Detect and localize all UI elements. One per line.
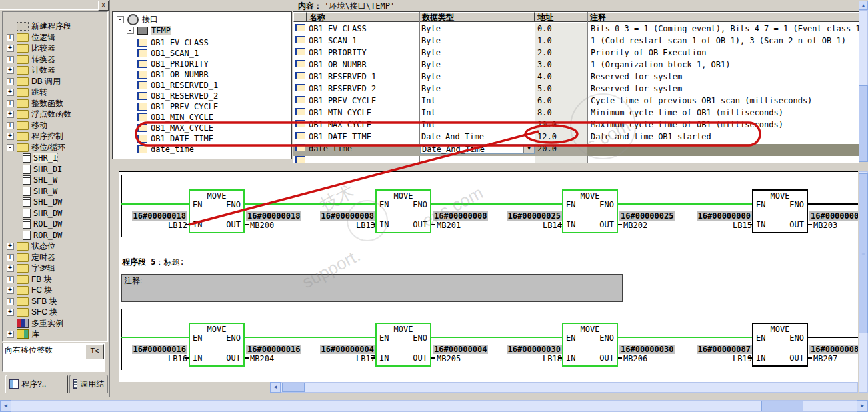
tree-item-var[interactable]: date_time [137, 144, 194, 154]
ladder-scrollbar-thumb[interactable]: ≡ [859, 173, 868, 333]
expand-toggle[interactable]: + [7, 89, 14, 96]
tree-item-temp[interactable]: - TEMP [127, 25, 171, 35]
tree-item-var[interactable]: OB1_PREV_CYCLE [137, 101, 218, 111]
move-block[interactable]: MOVEENENOINOUT [562, 323, 618, 367]
expand-toggle[interactable]: + [7, 67, 14, 74]
tree-item-var[interactable]: OB1_MAX_CYCLE [137, 123, 213, 133]
tree-item-var[interactable]: OB1_SCAN_1 [137, 48, 199, 58]
table-row[interactable]: OB1_PRIORITYByte2.0Priority of OB Execut… [293, 47, 859, 59]
catalog-item-shr-i[interactable]: SHR_I [7, 153, 57, 163]
column-header-name[interactable]: 名称 [307, 12, 419, 22]
catalog-item[interactable]: +浮点数函数 [7, 109, 71, 119]
catalog-item[interactable]: +转换器 [7, 54, 55, 65]
catalog-item[interactable]: +定时器 [7, 252, 55, 263]
input-operand[interactable]: LB12 [127, 221, 187, 230]
catalog-item-library[interactable]: +库 [7, 329, 39, 339]
scroll-up-button[interactable]: ▲ [859, 1, 868, 10]
input-operand[interactable]: LB14 [502, 221, 562, 230]
catalog-item[interactable]: +位逻辑 [7, 32, 55, 43]
catalog-item[interactable]: +比较器 [7, 43, 55, 53]
tree-item-var[interactable]: OB1_MIN_CYCLE [137, 112, 213, 122]
tree-item-var[interactable]: OB1_OB_NUMBR [137, 69, 209, 79]
tree-item-var[interactable]: OB1_RESERVED_2 [137, 91, 218, 101]
expand-toggle[interactable]: + [7, 133, 14, 140]
output-operand[interactable]: MB206 [623, 354, 647, 363]
output-operand[interactable]: MB204 [250, 354, 274, 363]
tab-call-structure[interactable]: 调用结 [69, 375, 108, 393]
expand-toggle[interactable]: + [7, 298, 14, 305]
expand-toggle[interactable]: + [7, 100, 14, 107]
input-operand[interactable]: LB19 [692, 354, 752, 363]
input-operand[interactable]: LB17 [315, 354, 375, 363]
move-block[interactable]: MOVEENENOINOUT [375, 323, 431, 367]
template-toggle-button[interactable]: Ŧ< [85, 344, 104, 359]
expand-toggle[interactable]: + [7, 265, 14, 272]
input-operand[interactable]: LB15 [692, 221, 752, 230]
close-icon[interactable]: x [98, 1, 109, 11]
column-header-comment[interactable]: 注释 [587, 12, 859, 22]
catalog-item-new-network[interactable]: 新建程序段 [7, 21, 71, 31]
tab-program-elements[interactable]: 程序?.. [5, 375, 68, 393]
expand-toggle[interactable]: + [7, 287, 14, 294]
network-comment[interactable]: 注释: [121, 274, 623, 302]
input-operand[interactable]: LB13 [315, 221, 375, 230]
output-operand[interactable]: MB205 [437, 354, 461, 363]
table-row-max-cycle[interactable]: OB1_MAX_CYCLEInt10.0Maximum cycle time o… [293, 119, 859, 131]
catalog-item[interactable]: +计数器 [7, 65, 55, 75]
scroll-left-button[interactable]: ◄ [270, 382, 281, 393]
column-header-type[interactable]: 数据类型 [419, 12, 535, 22]
output-operand[interactable]: MB207 [813, 354, 837, 363]
table-row[interactable]: OB1_SCAN_1Byte1.01 (Cold restart scan 1 … [293, 35, 859, 47]
output-operand[interactable]: MB201 [437, 221, 461, 230]
catalog-item[interactable]: +SFC 块 [7, 307, 57, 317]
window-horizontal-scrollbar[interactable] [0, 400, 868, 412]
catalog-item[interactable]: SHR_DI [7, 164, 62, 175]
collapse-toggle[interactable]: - [127, 27, 134, 34]
collapse-toggle[interactable]: - [7, 144, 14, 151]
table-row-empty[interactable] [293, 155, 859, 163]
table-row[interactable]: OB1_RESERVED_1Byte4.0Reserved for system [293, 71, 859, 83]
tree-item-var-date-time[interactable]: OB1_DATE_TIME [137, 133, 213, 143]
catalog-item[interactable]: +状态位 [7, 241, 55, 251]
catalog-item[interactable]: +字逻辑 [7, 263, 55, 273]
type-dropdown[interactable]: Date_And_Time▼ [420, 144, 535, 154]
collapse-toggle[interactable]: - [117, 16, 124, 23]
catalog-item[interactable]: +FC 块 [7, 285, 52, 295]
table-row[interactable]: OB1_RESERVED_2Byte5.0Reserved for system [293, 83, 859, 95]
ladder-horizontal-scrollbar[interactable] [270, 382, 858, 393]
move-block[interactable]: MOVEENENOINOUT [562, 189, 618, 233]
catalog-item[interactable]: SHL_W [7, 175, 57, 185]
expand-toggle[interactable]: + [7, 111, 14, 118]
catalog-item[interactable]: SHL_DW [7, 197, 62, 207]
catalog-item[interactable]: +DB 调用 [7, 76, 61, 87]
move-block[interactable]: MOVEENENOINOUT [189, 323, 245, 367]
catalog-item[interactable]: +FB 块 [7, 274, 52, 285]
catalog-item[interactable]: +SFB 块 [7, 296, 57, 307]
network-title[interactable]: 程序段 5：标题: [122, 257, 185, 268]
move-block[interactable]: MOVEENENOINOUT [189, 189, 245, 233]
catalog-item[interactable]: ROR_DW [7, 230, 62, 241]
table-row[interactable]: OB1_EV_CLASSByte0.0Bits 0-3 = 1 (Coming … [293, 23, 859, 35]
input-operand[interactable]: LB16 [127, 354, 187, 363]
move-block[interactable]: MOVEENENOINOUT [752, 323, 808, 367]
catalog-item[interactable]: SHR_DW [7, 208, 62, 219]
tree-item-var[interactable]: OB1_EV_CLASS [137, 37, 209, 47]
catalog-item[interactable]: +程序控制 [7, 131, 63, 141]
expand-toggle[interactable]: + [7, 78, 14, 85]
table-row-date-time[interactable]: OB1_DATE_TIMEDate_And_Time12.0Date and t… [293, 131, 859, 143]
expand-toggle[interactable]: + [7, 122, 14, 129]
table-scrollbar-thumb[interactable] [859, 85, 868, 162]
column-header-addr[interactable]: 地址 [535, 12, 587, 22]
scroll-right-button[interactable]: ► [857, 400, 868, 412]
catalog-item-multi-instance[interactable]: 多重实例 [7, 318, 63, 329]
expand-toggle[interactable]: + [7, 276, 14, 283]
output-operand[interactable]: MB200 [250, 221, 274, 230]
expand-toggle[interactable]: + [7, 243, 14, 250]
table-row-selected[interactable]: date_time Date_And_Time▼ 20.0 [293, 143, 859, 155]
expand-toggle[interactable]: + [7, 45, 14, 52]
tree-item-var[interactable]: OB1_PRIORITY [137, 59, 209, 69]
output-operand[interactable]: MB202 [623, 221, 647, 230]
catalog-item-shift-rotate[interactable]: -移位/循环 [7, 142, 65, 153]
table-row[interactable]: OB1_MIN_CYCLEInt8.0Minimum cycle time of… [293, 107, 859, 119]
expand-toggle[interactable]: + [7, 309, 14, 316]
